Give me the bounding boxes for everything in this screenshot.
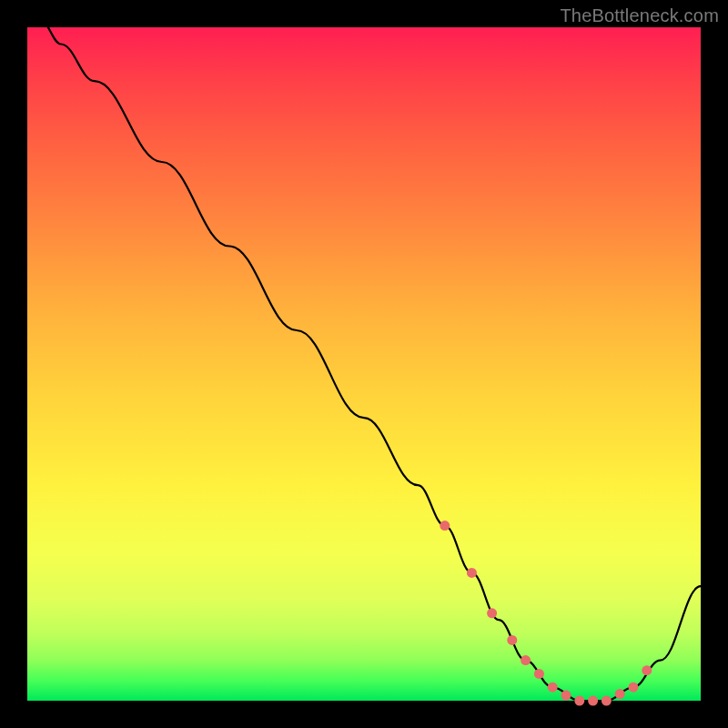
chart-frame: TheBottleneck.com — [0, 0, 728, 728]
highlight-dot — [487, 608, 497, 618]
highlight-dot — [629, 682, 639, 693]
highlight-dot — [507, 635, 517, 645]
curve-path-group — [41, 21, 701, 701]
plot-area — [27, 27, 701, 701]
highlight-dot — [548, 682, 558, 693]
highlight-dot — [642, 665, 652, 675]
highlight-dot — [534, 669, 544, 679]
watermark-text: TheBottleneck.com — [560, 5, 719, 26]
highlight-dot — [615, 689, 625, 699]
highlight-dot — [440, 521, 450, 531]
highlight-dot — [521, 655, 531, 665]
highlight-dot — [467, 568, 477, 578]
highlight-dot — [602, 696, 612, 706]
highlight-dot — [588, 696, 598, 706]
highlight-dot — [574, 696, 584, 706]
bottleneck-curve — [41, 21, 701, 701]
highlight-dots-group — [440, 521, 652, 705]
highlight-dot — [561, 691, 571, 701]
bottleneck-line-chart — [27, 27, 701, 701]
